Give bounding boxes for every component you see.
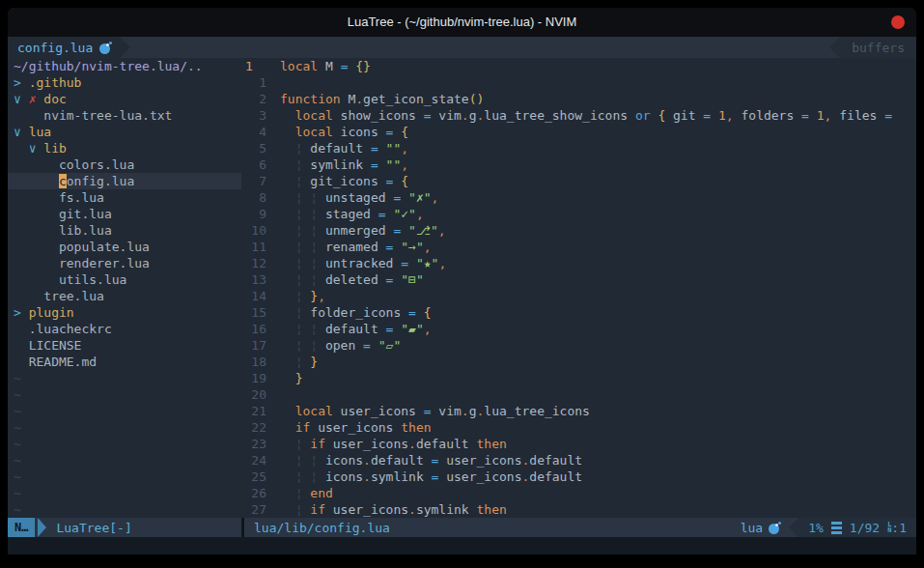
code-line[interactable]: 15 ¦ folder_icons = { [241,304,916,321]
tree-row[interactable]: ∨ lua [8,124,241,140]
code-line[interactable]: 23 ¦ if user_icons.default then [241,436,916,452]
titlebar: LuaTree - (~/github/nvim-tree.lua) - NVI… [8,8,916,37]
code-line[interactable]: 9 ¦ ¦ staged = "✓", [241,206,916,222]
code-line[interactable]: 26 ¦ end [241,485,916,501]
tree-row[interactable]: ∨ lib [8,140,241,156]
code-line[interactable]: 16 ¦ ¦ default = "▰", [241,321,916,337]
tree-row[interactable]: > plugin [8,304,241,321]
code-line[interactable]: 7 ¦ git_icons = { [241,173,916,189]
line-number: 5 [245,140,266,156]
line-number: 22 [245,419,266,436]
command-line[interactable] [8,537,916,554]
buffers-label[interactable]: buffers [840,37,916,58]
empty-buffer-line: ~ [8,386,241,403]
empty-buffer-line: ~ [8,370,241,386]
lua-icon [769,522,781,534]
main-area: ~/github/nvim-tree.lua/..> .github∨ ✗ do… [8,58,916,518]
empty-buffer-line: ~ [8,403,241,419]
tree-row[interactable]: colors.lua [8,156,241,173]
line-number: 8 [245,189,266,206]
position-segment: 1% 1/92 L N :1 [798,518,916,537]
tabline: config.lua buffers [8,37,916,58]
scroll-percent-label: 1% [808,521,824,535]
code-line[interactable]: 18 ¦ } [241,354,916,370]
code-line[interactable]: 13 ¦ ¦ deleted = "⊟" [241,271,916,288]
tree-root-path[interactable]: ~/github/nvim-tree.lua/.. [8,58,241,74]
code-line[interactable]: 27 ¦ if user_icons.symlink then [241,501,916,518]
tab-label: config.lua [17,41,93,55]
code-line[interactable]: 14 ¦ }, [241,288,916,304]
line-number: 13 [245,271,266,288]
code-line[interactable]: 6 ¦ symlink = "", [241,156,916,173]
tree-row[interactable]: .luacheckrc [8,321,241,337]
close-icon[interactable] [891,15,905,29]
code-editor[interactable]: 1local M = {}12function M.get_icon_state… [241,58,916,518]
statusline: N… LuaTree[-] lua/lib/config.lua lua 1% … [8,518,916,537]
line-number: 19 [245,370,266,386]
filetype-label: lua [741,521,763,535]
column-label: :1 [891,521,907,535]
line-number: 2 [245,91,266,107]
code-line[interactable]: 5 ¦ default = "", [241,140,916,156]
code-line[interactable]: 1local M = {} [241,58,916,74]
code-line[interactable]: 3 local show_icons = vim.g.lua_tree_show… [241,107,916,124]
code-line[interactable]: 21 local user_icons = vim.g.lua_tree_ico… [241,403,916,419]
line-number: 17 [245,337,266,354]
empty-buffer-line: ~ [8,452,241,469]
statusline-file-path: lua/lib/config.lua [244,521,390,535]
tree-window-label: LuaTree[-] [46,521,131,535]
tree-row[interactable]: git.lua [8,206,241,222]
line-number: 20 [245,386,266,403]
code-line[interactable]: 24 ¦ ¦ icons.default = user_icons.defaul… [241,452,916,469]
code-line[interactable]: 17 ¦ ¦ open = "▱" [241,337,916,354]
tab-config-lua[interactable]: config.lua [8,37,120,58]
lines-icon [831,526,842,529]
line-number: 24 [245,452,266,469]
line-number: 21 [245,403,266,419]
powerline-arrow-icon [120,37,130,58]
tree-row[interactable]: ∨ ✗ doc [8,91,241,107]
empty-buffer-line: ~ [8,485,241,501]
tree-row[interactable]: README.md [8,354,241,370]
code-line[interactable]: 2function M.get_icon_state() [241,91,916,107]
line-number: 3 [245,107,266,124]
tree-row[interactable]: fs.lua [8,189,241,206]
tree-row[interactable]: nvim-tree-lua.txt [8,107,241,124]
code-line[interactable]: 11 ¦ ¦ renamed = "→", [241,239,916,255]
line-number: 10 [245,222,266,239]
tree-row[interactable]: > .github [8,74,241,91]
tree-row[interactable]: renderer.lua [8,255,241,271]
editor-statusline: lua/lib/config.lua lua 1% 1/92 L N :1 [244,518,916,537]
nvim-terminal-window: LuaTree - (~/github/nvim-tree.lua) - NVI… [8,8,916,554]
tree-row[interactable]: lib.lua [8,222,241,239]
line-number: 26 [245,485,266,501]
code-line[interactable]: 10 ¦ ¦ unmerged = "⎇", [241,222,916,239]
empty-buffer-line: ~ [8,436,241,452]
file-tree[interactable]: ~/github/nvim-tree.lua/..> .github∨ ✗ do… [8,58,241,518]
line-number: 25 [245,469,266,485]
line-number: 4 [245,124,266,140]
tree-row[interactable]: utils.lua [8,271,241,288]
line-number: 18 [245,354,266,370]
code-line[interactable]: 19 } [241,370,916,386]
code-line[interactable]: 4 local icons = { [241,124,916,140]
tabline-spacer [130,37,829,58]
line-number: 6 [245,156,266,173]
line-number: 15 [245,304,266,321]
tree-row[interactable]: LICENSE [8,337,241,354]
line-number: 12 [245,255,266,271]
tree-row[interactable]: populate.lua [8,239,241,255]
tree-row[interactable]: config.lua [8,173,241,189]
code-line[interactable]: 20 [241,386,916,403]
code-line[interactable]: 12 ¦ ¦ untracked = "★", [241,255,916,271]
code-line[interactable]: 25 ¦ ¦ icons.symlink = user_icons.defaul… [241,469,916,485]
code-line[interactable]: 1 [241,74,916,91]
tree-statusline: N… LuaTree[-] [8,518,241,537]
empty-buffer-line: ~ [8,469,241,485]
line-position-label: 1/92 [850,521,880,535]
line-number: 14 [245,288,266,304]
tree-row[interactable]: tree.lua [8,288,241,304]
code-line[interactable]: 8 ¦ ¦ unstaged = "✗", [241,189,916,206]
code-line[interactable]: 22 if user_icons then [241,419,916,436]
powerline-arrow-icon [38,518,46,537]
